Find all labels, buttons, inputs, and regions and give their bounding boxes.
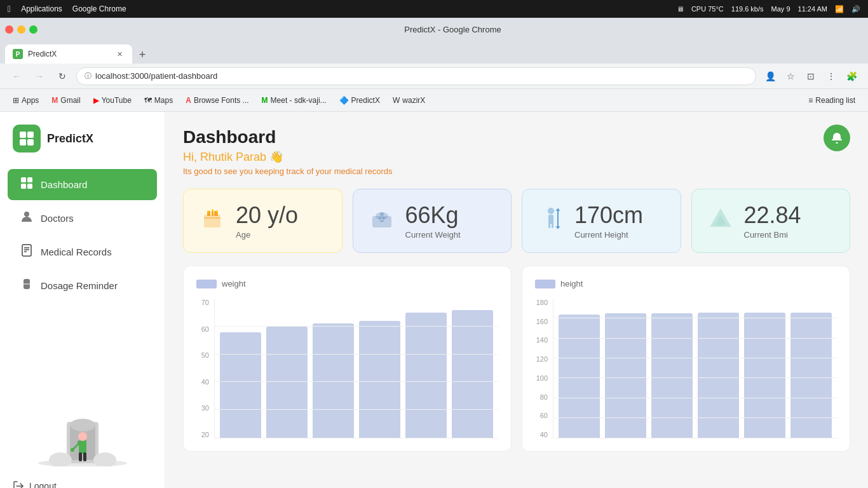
- height-value: 170cm: [574, 202, 643, 229]
- age-icon: [199, 205, 226, 237]
- bookmark-meet[interactable]: M Meet - sdk-vaji...: [257, 93, 332, 107]
- greeting: Hi, Rhutik Parab 👋: [183, 150, 850, 164]
- bmi-value: 22.84: [744, 202, 801, 229]
- meet-label: Meet - sdk-vaji...: [271, 96, 327, 105]
- greeting-text: Hi, Rhutik Parab 👋: [183, 151, 283, 163]
- stat-info-height: 170cm Current Height: [574, 202, 643, 240]
- url-text: localhost:3000/patient-dashboard: [95, 71, 217, 81]
- sidebar-item-dosage-reminder[interactable]: Dosage Reminder: [8, 270, 157, 301]
- svg-rect-3: [27, 139, 34, 146]
- star-icon[interactable]: ☆: [782, 67, 799, 85]
- svg-rect-47: [552, 223, 553, 228]
- sidebar-bottom: Logout: [0, 403, 165, 488]
- lock-icon: ⓘ: [85, 71, 92, 81]
- new-tab-button[interactable]: +: [133, 46, 151, 64]
- dashboard-header: Dashboard Hi, Rhutik Parab 👋 Its good to…: [183, 127, 850, 176]
- charts-row: weight 70 60 50 40 30 20: [183, 266, 850, 452]
- gmail-label: Gmail: [60, 96, 80, 105]
- svg-rect-46: [548, 223, 550, 228]
- hgrid-line-5: [553, 398, 837, 398]
- svg-rect-34: [212, 211, 214, 216]
- bookmark-apps[interactable]: ⊞ Apps: [8, 93, 44, 107]
- stat-card-weight: 66Kg Current Weight: [353, 189, 512, 253]
- svg-rect-0: [20, 132, 26, 138]
- os-bar:  Applications Google Chrome 🖥 CPU 75°C …: [0, 0, 868, 18]
- browse-fonts-icon: A: [186, 96, 191, 105]
- browser-tab[interactable]: P PredictX ✕: [5, 44, 132, 64]
- y-label-50: 50: [196, 351, 209, 359]
- back-button[interactable]: ←: [8, 67, 25, 85]
- weight-chart-label: weight: [222, 279, 246, 288]
- bmi-icon: [707, 205, 734, 237]
- url-bar[interactable]: ⓘ localhost:3000/patient-dashboard: [76, 67, 756, 85]
- hgrid-line-2: [553, 338, 837, 339]
- medical-records-icon: [20, 244, 33, 260]
- youtube-icon: ▶: [93, 96, 99, 105]
- bookmark-maps[interactable]: 🗺 Maps: [139, 93, 178, 107]
- profile-icon[interactable]: 👤: [761, 67, 779, 85]
- svg-rect-6: [21, 184, 26, 189]
- date: May 9: [771, 5, 790, 13]
- menu-button[interactable]: ⋮: [822, 67, 840, 85]
- apps-label: Apps: [22, 96, 39, 105]
- svg-point-42: [379, 217, 381, 219]
- weight-chart: weight 70 60 50 40 30 20: [183, 266, 512, 452]
- svg-point-8: [24, 212, 29, 217]
- logout-button[interactable]: Logout: [8, 474, 157, 488]
- reading-list-icon: ≡: [808, 96, 813, 105]
- hy-label-40: 40: [535, 431, 548, 438]
- bookmark-youtube[interactable]: ▶ YouTube: [88, 93, 137, 107]
- svg-rect-22: [79, 440, 86, 454]
- sidebar-illustration: [32, 403, 133, 466]
- sidebar-item-medical-records[interactable]: Medical Records: [8, 236, 157, 268]
- wifi-icon: 📶: [835, 5, 844, 13]
- svg-rect-9: [22, 245, 31, 256]
- dashboard-icon: [20, 177, 33, 193]
- svg-rect-2: [20, 139, 26, 146]
- grid-line-2: [215, 354, 498, 355]
- reading-list-button[interactable]: ≡ Reading list: [803, 93, 860, 107]
- bookmark-wazirx[interactable]: W wazirX: [388, 93, 430, 107]
- height-y-axis: 180 160 140 120 100 80 60 40: [535, 299, 553, 438]
- maps-label: Maps: [154, 96, 173, 105]
- sidebar-item-dashboard[interactable]: Dashboard: [8, 169, 157, 200]
- weight-label: Current Weight: [405, 230, 461, 240]
- maps-icon: 🗺: [144, 96, 152, 105]
- notification-button[interactable]: [824, 125, 850, 151]
- app-container: PredictX Dashboard Doctors: [0, 112, 868, 488]
- grid-line-1: [215, 326, 498, 327]
- stat-card-age: 20 y/o Age: [183, 189, 342, 253]
- reload-button[interactable]: ↻: [53, 67, 71, 85]
- y-label-30: 30: [196, 404, 209, 412]
- weight-grid-lines: [215, 299, 498, 438]
- window-close-button[interactable]: [5, 25, 13, 34]
- y-label-40: 40: [196, 378, 209, 386]
- bookmark-gmail[interactable]: M Gmail: [46, 93, 85, 107]
- svg-rect-45: [548, 215, 553, 224]
- medical-records-label: Medical Records: [41, 247, 112, 257]
- svg-rect-29: [204, 215, 220, 227]
- hy-label-120: 120: [535, 355, 548, 363]
- bookmark-browse-fonts[interactable]: A Browse Fonts ...: [180, 93, 254, 107]
- window-maximize-button[interactable]: [29, 25, 37, 34]
- window-minimize-button[interactable]: [17, 25, 25, 34]
- stat-info-bmi: 22.84 Current Bmi: [744, 202, 801, 240]
- wazirx-label: wazirX: [402, 96, 425, 105]
- extensions-button[interactable]: 🧩: [843, 67, 860, 85]
- height-grid-lines: [553, 299, 837, 438]
- logo-icon: [13, 125, 41, 152]
- svg-point-44: [548, 208, 554, 214]
- stat-card-height: 170cm Current Height: [522, 189, 681, 253]
- cast-icon[interactable]: ⊡: [802, 67, 820, 85]
- stat-info-weight: 66Kg Current Weight: [405, 202, 461, 240]
- cpu-status: 🖥: [677, 5, 684, 13]
- tab-close-button[interactable]: ✕: [114, 49, 125, 59]
- bookmark-predictx[interactable]: 🔷 PredictX: [334, 93, 385, 107]
- sidebar-item-doctors[interactable]: Doctors: [8, 203, 157, 234]
- age-label: Age: [236, 230, 298, 240]
- sidebar: PredictX Dashboard Doctors: [0, 112, 165, 488]
- hgrid-line-6: [553, 417, 837, 418]
- hy-label-180: 180: [535, 299, 548, 306]
- forward-button[interactable]: →: [31, 67, 48, 85]
- svg-rect-4: [21, 177, 26, 182]
